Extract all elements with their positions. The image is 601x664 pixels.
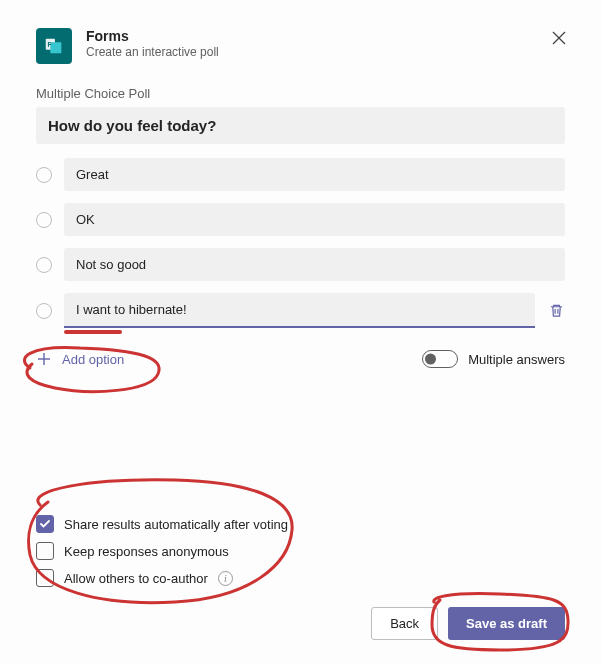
question-input[interactable]: How do you feel today? — [36, 107, 565, 144]
option-row: Great — [36, 158, 565, 191]
radio-icon[interactable] — [36, 303, 52, 319]
add-option-button[interactable]: Add option — [36, 351, 124, 367]
trash-icon — [549, 303, 564, 318]
option-input[interactable]: Not so good — [64, 248, 565, 281]
radio-icon[interactable] — [36, 257, 52, 273]
plus-icon — [36, 351, 52, 367]
forms-app-icon: F — [36, 28, 72, 64]
option-row: OK — [36, 203, 565, 236]
option-row: Not so good — [36, 248, 565, 281]
option-input[interactable]: I want to hibernate! — [64, 293, 535, 328]
svg-rect-1 — [50, 42, 61, 53]
checkbox-share-results[interactable] — [36, 515, 54, 533]
setting-label: Share results automatically after voting — [64, 517, 288, 532]
poll-type-label: Multiple Choice Poll — [36, 86, 565, 101]
info-icon[interactable]: i — [218, 571, 233, 586]
radio-icon[interactable] — [36, 212, 52, 228]
setting-share-results[interactable]: Share results automatically after voting — [36, 515, 565, 533]
option-row: I want to hibernate! — [36, 293, 565, 328]
add-option-label: Add option — [62, 352, 124, 367]
setting-label: Allow others to co-author — [64, 571, 208, 586]
check-icon — [39, 518, 51, 530]
setting-label: Keep responses anonymous — [64, 544, 229, 559]
delete-option-button[interactable] — [547, 302, 565, 320]
setting-coauthor[interactable]: Allow others to co-author i — [36, 569, 565, 587]
dialog-footer: Back Save as draft — [36, 607, 565, 640]
options-list: Great OK Not so good I want to hibernate… — [36, 158, 565, 328]
setting-anonymous[interactable]: Keep responses anonymous — [36, 542, 565, 560]
close-icon — [552, 31, 566, 45]
back-button[interactable]: Back — [371, 607, 438, 640]
radio-icon[interactable] — [36, 167, 52, 183]
multiple-answers-label: Multiple answers — [468, 352, 565, 367]
multiple-answers-toggle[interactable] — [422, 350, 458, 368]
toggle-knob — [425, 354, 436, 365]
save-draft-button[interactable]: Save as draft — [448, 607, 565, 640]
dialog-header: F Forms Create an interactive poll — [36, 28, 565, 64]
option-input[interactable]: OK — [64, 203, 565, 236]
close-button[interactable] — [545, 24, 573, 52]
checkbox-anonymous[interactable] — [36, 542, 54, 560]
app-subtitle: Create an interactive poll — [86, 45, 565, 59]
app-title: Forms — [86, 28, 565, 44]
settings-group: Share results automatically after voting… — [36, 515, 565, 587]
option-input[interactable]: Great — [64, 158, 565, 191]
checkbox-coauthor[interactable] — [36, 569, 54, 587]
svg-text:F: F — [48, 41, 52, 48]
